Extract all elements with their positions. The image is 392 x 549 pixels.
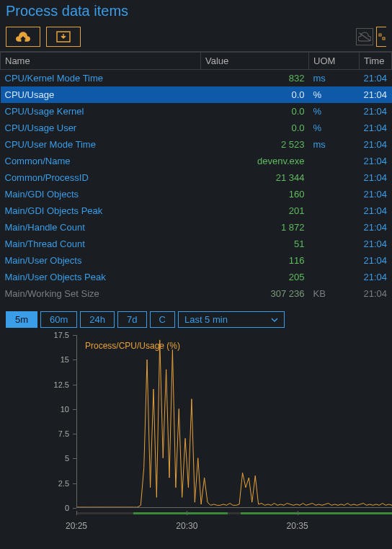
cell-value: 51 [201, 236, 309, 252]
table-header-row: Name Value UOM Time [1, 53, 392, 70]
expand-icon [378, 33, 386, 40]
cell-value: 0.0 [201, 103, 309, 120]
svg-rect-2 [379, 34, 381, 36]
toolbar [0, 22, 392, 51]
cell-value: 2 523 [201, 136, 309, 153]
table-row[interactable]: Main/GDI Objects Peak20121:04 [1, 202, 392, 219]
cell-name: Main/GDI Objects Peak [1, 202, 201, 219]
col-value[interactable]: Value [201, 53, 309, 70]
cell-time: 21:04 [360, 70, 392, 86]
y-tick: 17.5 [54, 331, 69, 339]
x-tick: 20:25 [66, 521, 87, 531]
y-axis: 02.557.51012.51517.5 [0, 335, 72, 508]
table-row[interactable]: Common/Namedevenv.exe21:04 [1, 153, 392, 169]
table-row[interactable]: Main/Working Set Size307 236KB21:04 [1, 285, 392, 302]
y-tick: 12.5 [54, 380, 69, 389]
cloud-off-indicator [356, 28, 373, 45]
page-title: Process data items [0, 0, 392, 22]
range-5m[interactable]: 5m [6, 311, 37, 328]
cell-value: devenv.exe [201, 153, 309, 169]
table-row[interactable]: CPU/Usage User0.0%21:04 [1, 120, 392, 136]
chart-line [77, 335, 392, 507]
cell-name: Main/User Objects Peak [1, 269, 201, 285]
cell-time: 21:04 [360, 219, 392, 236]
col-uom[interactable]: UOM [309, 53, 360, 70]
cell-uom [309, 219, 360, 236]
cell-name: Main/Handle Count [1, 219, 201, 236]
cell-uom: % [309, 86, 360, 103]
cell-uom [309, 236, 360, 252]
range-60m[interactable]: 60m [40, 311, 77, 328]
data-table: Name Value UOM Time CPU/Kernel Mode Time… [0, 51, 392, 307]
cell-value: 0.0 [201, 86, 309, 103]
cell-uom [309, 169, 360, 186]
cell-name: Common/ProcessID [1, 169, 201, 186]
cell-uom [309, 269, 360, 285]
cell-name: Main/User Objects [1, 252, 201, 269]
cell-value: 307 236 [201, 285, 309, 302]
table-row[interactable]: CPU/Kernel Mode Time832ms21:04 [1, 70, 392, 86]
cell-name: Common/Name [1, 153, 201, 169]
table-row[interactable]: Main/User Objects Peak20521:04 [1, 269, 392, 285]
range-7d[interactable]: 7d [117, 311, 146, 328]
import-button[interactable] [46, 27, 81, 47]
y-tick: 10 [61, 405, 69, 414]
table-row[interactable]: Main/Thread Count5121:04 [1, 236, 392, 252]
cell-value: 201 [201, 202, 309, 219]
x-axis: 20:2520:3020:35 [76, 511, 392, 540]
table-row[interactable]: Main/GDI Objects16021:04 [1, 186, 392, 202]
cell-uom [309, 252, 360, 269]
cell-time: 21:04 [360, 236, 392, 252]
y-tick: 0 [65, 504, 69, 512]
y-tick: 2.5 [58, 479, 69, 488]
cell-uom [309, 153, 360, 169]
cell-name: CPU/Usage Kernel [1, 103, 201, 120]
range-custom[interactable]: C [150, 311, 175, 328]
cell-name: Main/Thread Count [1, 236, 201, 252]
cell-name: CPU/User Mode Time [1, 136, 201, 153]
cell-uom: ms [309, 136, 360, 153]
cell-uom: KB [309, 285, 360, 302]
cell-value: 21 344 [201, 169, 309, 186]
cloud-upload-icon [16, 31, 30, 43]
cell-time: 21:04 [360, 202, 392, 219]
plot-area[interactable] [76, 335, 392, 508]
col-name[interactable]: Name [1, 53, 201, 70]
range-24h[interactable]: 24h [80, 311, 115, 328]
table-row[interactable]: Main/User Objects11621:04 [1, 252, 392, 269]
svg-line-1 [360, 33, 370, 41]
col-time[interactable]: Time [360, 53, 392, 70]
cell-uom: % [309, 120, 360, 136]
cell-value: 1 872 [201, 219, 309, 236]
cloud-off-icon [358, 32, 371, 42]
cell-uom [309, 186, 360, 202]
cell-time: 21:04 [360, 120, 392, 136]
range-select[interactable]: Last 5 min [178, 311, 285, 328]
cell-time: 21:04 [360, 103, 392, 120]
upload-button[interactable] [6, 27, 40, 47]
cell-time: 21:04 [360, 252, 392, 269]
expand-button[interactable] [376, 27, 386, 47]
x-tick: 20:35 [287, 521, 308, 531]
table-row[interactable]: CPU/Usage Kernel0.0%21:04 [1, 103, 392, 120]
table-row[interactable]: Main/Handle Count1 87221:04 [1, 219, 392, 236]
x-tick: 20:30 [176, 521, 197, 531]
cell-name: CPU/Kernel Mode Time [1, 70, 201, 86]
chevron-down-icon [271, 316, 278, 323]
table-row[interactable]: Common/ProcessID21 34421:04 [1, 169, 392, 186]
import-icon [56, 31, 71, 43]
cell-name: CPU/Usage User [1, 120, 201, 136]
cell-time: 21:04 [360, 285, 392, 302]
table-row[interactable]: CPU/User Mode Time2 523ms21:04 [1, 136, 392, 153]
cell-time: 21:04 [360, 186, 392, 202]
cell-name: CPU/Usage [1, 86, 201, 103]
y-tick: 5 [65, 454, 69, 463]
cell-time: 21:04 [360, 153, 392, 169]
cell-value: 0.0 [201, 120, 309, 136]
svg-rect-3 [383, 37, 385, 40]
table-row[interactable]: CPU/Usage0.0%21:04 [1, 86, 392, 103]
cell-value: 205 [201, 269, 309, 285]
range-select-label: Last 5 min [184, 314, 228, 325]
time-range-bar: 5m 60m 24h 7d C Last 5 min [0, 307, 392, 332]
y-tick: 7.5 [58, 429, 69, 438]
